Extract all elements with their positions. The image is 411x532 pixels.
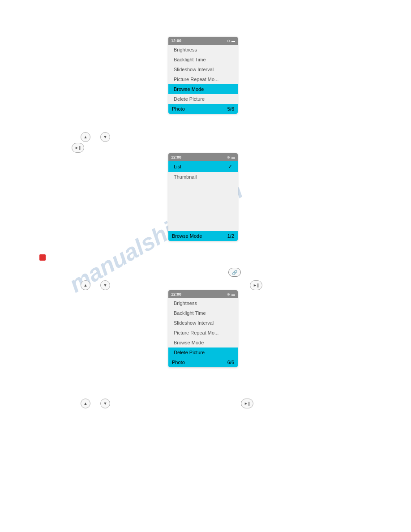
wifi-icon-1: ⊙ (227, 39, 230, 43)
play-pause-button-1[interactable]: ►∥ (72, 143, 84, 153)
menu-delete-picture-1[interactable]: Delete Picture (168, 94, 238, 104)
check-icon: ✓ (228, 163, 232, 170)
status-icons-3: ⊙ ▬ (227, 292, 235, 296)
menu-picture-repeat-1[interactable]: Picture Repeat Mo... (168, 74, 238, 84)
menu-slideshow-3[interactable]: Slideshow Interval (168, 318, 238, 328)
status-icons-1: ⊙ ▬ (227, 39, 235, 43)
menu-list-2: List ✓ Thumbnail (168, 161, 238, 231)
device-screen-3: 12:00 ⊙ ▬ Brightness Backlight Time Slid… (168, 290, 238, 367)
menu-picture-repeat-3[interactable]: Picture Repeat Mo... (168, 328, 238, 338)
link-icon[interactable]: 🔗 (228, 268, 241, 277)
footer-count-3: 6/6 (227, 360, 234, 365)
nav-down-button-3b[interactable]: ▼ (100, 399, 110, 408)
play-pause-button-3a[interactable]: ►∥ (250, 280, 262, 290)
status-bar-2: 12:00 ⊙ ▬ (168, 153, 238, 161)
footer-bar-2: Browse Mode 1/2 (168, 231, 238, 241)
status-icons-2: ⊙ ▬ (227, 155, 235, 159)
menu-delete-picture-3[interactable]: Delete Picture (168, 348, 238, 357)
status-bar-1: 12:00 ⊙ ▬ (168, 37, 238, 45)
menu-backlight-3[interactable]: Backlight Time (168, 308, 238, 318)
wifi-icon-2: ⊙ (227, 155, 230, 159)
device-screen-2: 12:00 ⊙ ▬ List ✓ Thumbnail Browse Mode 1… (168, 153, 238, 241)
battery-icon-2: ▬ (231, 155, 235, 159)
list-label: List (174, 164, 181, 169)
menu-list-3: Brightness Backlight Time Slideshow Inte… (168, 298, 238, 357)
footer-count-1: 5/6 (227, 106, 234, 112)
menu-slideshow-1[interactable]: Slideshow Interval (168, 64, 238, 74)
footer-bar-1: Photo 5/6 (168, 104, 238, 114)
nav-up-button-3b[interactable]: ▲ (81, 399, 90, 408)
wifi-icon-3: ⊙ (227, 292, 230, 296)
empty-space (168, 182, 238, 231)
nav-up-button-1[interactable]: ▲ (81, 132, 90, 142)
nav-down-button-3a[interactable]: ▼ (100, 280, 110, 290)
time-2: 12:00 (171, 155, 181, 159)
menu-browse-mode-3[interactable]: Browse Mode (168, 338, 238, 348)
menu-browse-mode-1[interactable]: Browse Mode (168, 84, 238, 94)
nav-up-button-3a[interactable]: ▲ (81, 280, 90, 290)
footer-label-2: Browse Mode (172, 233, 202, 239)
menu-backlight-1[interactable]: Backlight Time (168, 55, 238, 64)
battery-icon-3: ▬ (231, 292, 235, 296)
time-3: 12:00 (171, 292, 181, 296)
time-1: 12:00 (171, 39, 181, 43)
menu-brightness-3[interactable]: Brightness (168, 298, 238, 308)
battery-icon-1: ▬ (231, 39, 235, 43)
red-indicator (39, 254, 46, 261)
menu-list-1: Brightness Backlight Time Slideshow Inte… (168, 45, 238, 104)
nav-down-button-1[interactable]: ▼ (100, 132, 110, 142)
status-bar-3: 12:00 ⊙ ▬ (168, 290, 238, 298)
play-pause-button-3b[interactable]: ►∥ (241, 399, 253, 408)
footer-count-2: 1/2 (227, 233, 234, 239)
footer-label-1: Photo (172, 106, 185, 112)
device-screen-1: 12:00 ⊙ ▬ Brightness Backlight Time Slid… (168, 37, 238, 114)
menu-brightness-1[interactable]: Brightness (168, 45, 238, 55)
menu-list-option[interactable]: List ✓ (168, 161, 238, 172)
footer-bar-3: Photo 6/6 (168, 357, 238, 367)
menu-thumbnail-option[interactable]: Thumbnail (168, 172, 238, 182)
footer-label-3: Photo (172, 360, 185, 365)
